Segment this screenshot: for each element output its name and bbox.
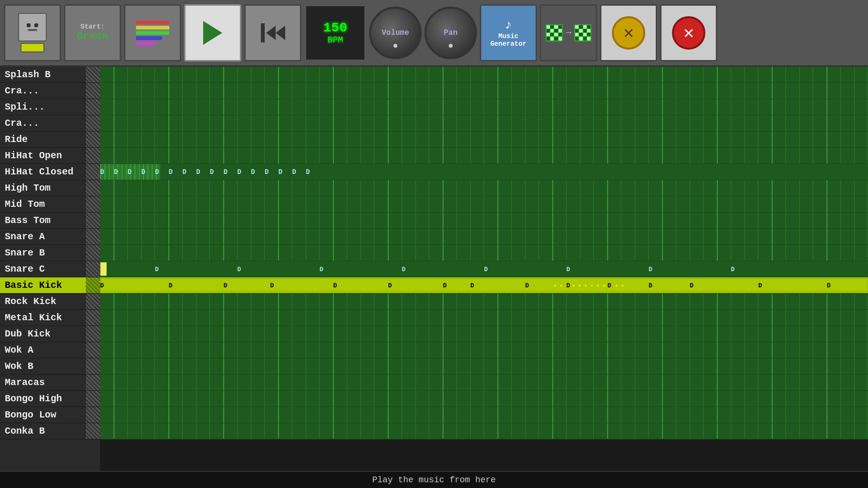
grid-cell-21-7[interactable] xyxy=(196,407,210,423)
grid-cell-9-47[interactable] xyxy=(745,213,759,228)
grid-cell-16-11[interactable] xyxy=(251,326,265,342)
grid-cell-5-0[interactable] xyxy=(100,148,114,163)
grid-cell-22-10[interactable] xyxy=(238,423,251,439)
grid-cell-17-48[interactable] xyxy=(758,342,773,358)
grid-cell-2-15[interactable] xyxy=(306,99,320,115)
grid-cell-8-1[interactable] xyxy=(114,196,128,212)
grid-cell-11-53[interactable] xyxy=(827,245,841,261)
grid-cell-9-2[interactable] xyxy=(128,213,142,228)
grid-cell-0-12[interactable] xyxy=(265,67,279,82)
grid-cell-9-52[interactable] xyxy=(813,213,827,228)
grid-cell-1-23[interactable] xyxy=(416,83,430,99)
grid-cell-20-4[interactable] xyxy=(155,391,169,407)
grid-cell-22-48[interactable] xyxy=(758,423,773,439)
grid-cell-22-14[interactable] xyxy=(292,423,306,439)
grid-cell-7-13[interactable] xyxy=(279,180,293,196)
grid-cell-11-50[interactable] xyxy=(786,245,800,261)
grid-cell-16-46[interactable] xyxy=(731,326,745,342)
track-label-9[interactable]: Bass Tom xyxy=(0,213,100,229)
grid-cell-17-18[interactable] xyxy=(347,342,361,358)
grid-cell-19-19[interactable] xyxy=(361,375,375,390)
grid-cell-18-38[interactable] xyxy=(621,358,635,374)
grid-cell-10-35[interactable] xyxy=(580,229,594,244)
grid-cell-11-1[interactable] xyxy=(114,245,128,261)
grid-cell-2-14[interactable] xyxy=(292,99,306,115)
grid-cell-9-21[interactable] xyxy=(389,213,403,228)
grid-cell-3-55[interactable] xyxy=(855,115,868,131)
grid-cell-9-10[interactable] xyxy=(238,213,251,228)
grid-cell-19-21[interactable] xyxy=(389,375,403,390)
grid-cell-21-34[interactable] xyxy=(567,407,580,423)
grid-cell-18-27[interactable] xyxy=(471,358,485,374)
grid-cell-14-7[interactable] xyxy=(196,294,210,309)
grid-cell-5-53[interactable] xyxy=(827,148,841,163)
track-label-16[interactable]: Dub Kick xyxy=(0,326,100,342)
grid-cell-14-33[interactable] xyxy=(553,294,567,309)
grid-cell-5-26[interactable] xyxy=(457,148,471,163)
grid-cell-15-13[interactable] xyxy=(279,310,293,325)
grid-cell-10-22[interactable] xyxy=(402,229,416,244)
grid-cell-9-54[interactable] xyxy=(841,213,855,228)
grid-cell-18-49[interactable] xyxy=(773,358,786,374)
grid-cell-7-43[interactable] xyxy=(690,180,704,196)
grid-cell-20-52[interactable] xyxy=(813,391,827,407)
clear-red-button[interactable]: ✕ xyxy=(660,4,717,61)
grid-cell-15-27[interactable] xyxy=(471,310,485,325)
grid-cell-9-50[interactable] xyxy=(786,213,800,228)
grid-cell-7-55[interactable] xyxy=(855,180,868,196)
grid-cell-14-13[interactable] xyxy=(279,294,293,309)
grid-cell-17-1[interactable] xyxy=(114,342,128,358)
grid-cell-19-30[interactable] xyxy=(512,375,526,390)
grid-cell-1-34[interactable] xyxy=(567,83,580,99)
grid-cell-1-18[interactable] xyxy=(347,83,361,99)
grid-cell-19-52[interactable] xyxy=(813,375,827,390)
rewind-button[interactable] xyxy=(244,4,301,61)
grid-cell-18-39[interactable] xyxy=(635,358,649,374)
grid-cell-9-44[interactable] xyxy=(703,213,718,228)
grid-cell-2-35[interactable] xyxy=(580,99,594,115)
grid-cell-16-17[interactable] xyxy=(334,326,348,342)
grid-cell-16-28[interactable] xyxy=(484,326,498,342)
grid-cell-20-32[interactable] xyxy=(539,391,553,407)
grid-track-10[interactable] xyxy=(100,229,868,245)
grid-cell-8-21[interactable] xyxy=(389,196,403,212)
grid-cell-2-36[interactable] xyxy=(594,99,608,115)
grid-cell-7-3[interactable] xyxy=(142,180,155,196)
grid-cell-14-36[interactable] xyxy=(594,294,608,309)
grid-cell-19-7[interactable] xyxy=(196,375,210,390)
grid-cell-14-6[interactable] xyxy=(183,294,196,309)
grid-cell-18-7[interactable] xyxy=(196,358,210,374)
grid-cell-19-39[interactable] xyxy=(635,375,649,390)
grid-cell-22-52[interactable] xyxy=(813,423,827,439)
grid-cell-10-52[interactable] xyxy=(813,229,827,244)
grid-cell-6-111[interactable] xyxy=(160,164,160,180)
grid-cell-5-50[interactable] xyxy=(786,148,800,163)
grid-cell-18-13[interactable] xyxy=(279,358,293,374)
grid-cell-16-19[interactable] xyxy=(361,326,375,342)
grid-cell-2-2[interactable] xyxy=(128,99,142,115)
grid-cell-15-30[interactable] xyxy=(512,310,526,325)
grid-cell-1-49[interactable] xyxy=(773,83,786,99)
grid-cell-14-55[interactable] xyxy=(855,294,868,309)
grid-cell-21-41[interactable] xyxy=(663,407,677,423)
grid-cell-3-20[interactable] xyxy=(374,115,389,131)
grid-cell-10-54[interactable] xyxy=(841,229,855,244)
grid-cell-8-51[interactable] xyxy=(800,196,814,212)
grid-cell-9-39[interactable] xyxy=(635,213,649,228)
grid-copy-button[interactable]: → xyxy=(540,4,597,61)
grid-cell-15-25[interactable] xyxy=(444,310,457,325)
grid-cell-4-42[interactable] xyxy=(676,132,690,147)
grid-cell-8-37[interactable] xyxy=(608,196,622,212)
track-label-5[interactable]: HiHat Open xyxy=(0,148,100,164)
grid-cell-14-31[interactable] xyxy=(526,294,539,309)
grid-cell-2-55[interactable] xyxy=(855,99,868,115)
grid-cell-1-47[interactable] xyxy=(745,83,759,99)
grid-cell-8-31[interactable] xyxy=(526,196,539,212)
grid-cell-16-6[interactable] xyxy=(183,326,196,342)
grid-cell-5-42[interactable] xyxy=(676,148,690,163)
grid-cell-1-26[interactable] xyxy=(457,83,471,99)
grid-cell-17-21[interactable] xyxy=(389,342,403,358)
grid-cell-14-30[interactable] xyxy=(512,294,526,309)
grid-cell-4-52[interactable] xyxy=(813,132,827,147)
grid-cell-17-19[interactable] xyxy=(361,342,375,358)
